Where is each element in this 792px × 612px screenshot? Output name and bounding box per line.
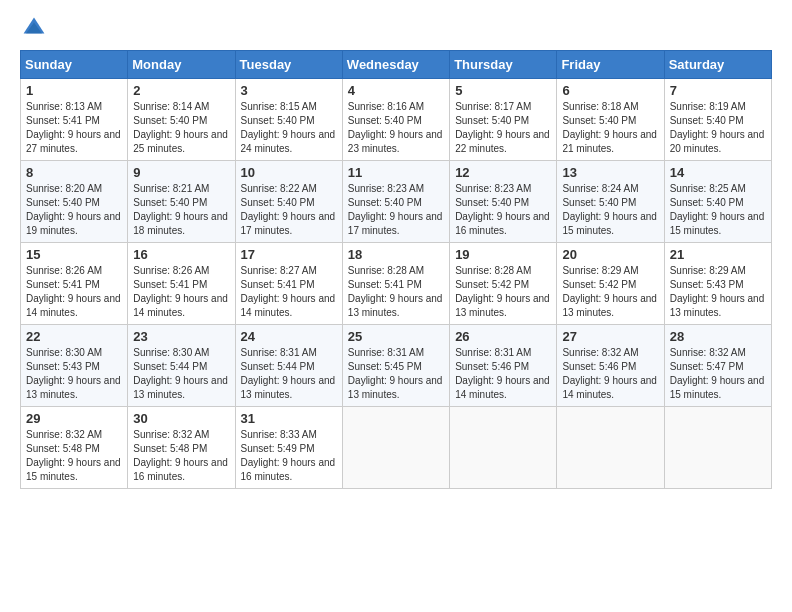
day-number: 20 — [562, 247, 658, 262]
day-info: Sunrise: 8:26 AM Sunset: 5:41 PM Dayligh… — [26, 264, 122, 320]
calendar-day-cell: 2 Sunrise: 8:14 AM Sunset: 5:40 PM Dayli… — [128, 79, 235, 161]
day-number: 12 — [455, 165, 551, 180]
day-number: 23 — [133, 329, 229, 344]
day-info: Sunrise: 8:24 AM Sunset: 5:40 PM Dayligh… — [562, 182, 658, 238]
calendar-day-cell: 14 Sunrise: 8:25 AM Sunset: 5:40 PM Dayl… — [664, 161, 771, 243]
calendar-day-cell: 9 Sunrise: 8:21 AM Sunset: 5:40 PM Dayli… — [128, 161, 235, 243]
day-info: Sunrise: 8:16 AM Sunset: 5:40 PM Dayligh… — [348, 100, 444, 156]
calendar-day-cell: 15 Sunrise: 8:26 AM Sunset: 5:41 PM Dayl… — [21, 243, 128, 325]
calendar-day-cell: 1 Sunrise: 8:13 AM Sunset: 5:41 PM Dayli… — [21, 79, 128, 161]
day-info: Sunrise: 8:28 AM Sunset: 5:41 PM Dayligh… — [348, 264, 444, 320]
day-info: Sunrise: 8:22 AM Sunset: 5:40 PM Dayligh… — [241, 182, 337, 238]
day-info: Sunrise: 8:23 AM Sunset: 5:40 PM Dayligh… — [455, 182, 551, 238]
calendar-week-row: 15 Sunrise: 8:26 AM Sunset: 5:41 PM Dayl… — [21, 243, 772, 325]
day-number: 1 — [26, 83, 122, 98]
day-info: Sunrise: 8:32 AM Sunset: 5:46 PM Dayligh… — [562, 346, 658, 402]
day-info: Sunrise: 8:32 AM Sunset: 5:47 PM Dayligh… — [670, 346, 766, 402]
calendar-day-cell: 26 Sunrise: 8:31 AM Sunset: 5:46 PM Dayl… — [450, 325, 557, 407]
weekday-header: Friday — [557, 51, 664, 79]
calendar-day-cell: 27 Sunrise: 8:32 AM Sunset: 5:46 PM Dayl… — [557, 325, 664, 407]
day-info: Sunrise: 8:23 AM Sunset: 5:40 PM Dayligh… — [348, 182, 444, 238]
day-number: 31 — [241, 411, 337, 426]
calendar-day-cell: 21 Sunrise: 8:29 AM Sunset: 5:43 PM Dayl… — [664, 243, 771, 325]
calendar-day-cell: 16 Sunrise: 8:26 AM Sunset: 5:41 PM Dayl… — [128, 243, 235, 325]
day-number: 25 — [348, 329, 444, 344]
calendar-day-cell: 23 Sunrise: 8:30 AM Sunset: 5:44 PM Dayl… — [128, 325, 235, 407]
day-info: Sunrise: 8:29 AM Sunset: 5:43 PM Dayligh… — [670, 264, 766, 320]
day-info: Sunrise: 8:32 AM Sunset: 5:48 PM Dayligh… — [26, 428, 122, 484]
day-number: 24 — [241, 329, 337, 344]
day-number: 21 — [670, 247, 766, 262]
day-info: Sunrise: 8:27 AM Sunset: 5:41 PM Dayligh… — [241, 264, 337, 320]
calendar-day-cell — [342, 407, 449, 489]
day-info: Sunrise: 8:31 AM Sunset: 5:45 PM Dayligh… — [348, 346, 444, 402]
day-number: 28 — [670, 329, 766, 344]
day-info: Sunrise: 8:33 AM Sunset: 5:49 PM Dayligh… — [241, 428, 337, 484]
day-info: Sunrise: 8:18 AM Sunset: 5:40 PM Dayligh… — [562, 100, 658, 156]
day-number: 8 — [26, 165, 122, 180]
calendar-day-cell — [557, 407, 664, 489]
calendar-day-cell: 7 Sunrise: 8:19 AM Sunset: 5:40 PM Dayli… — [664, 79, 771, 161]
day-number: 19 — [455, 247, 551, 262]
calendar-week-row: 1 Sunrise: 8:13 AM Sunset: 5:41 PM Dayli… — [21, 79, 772, 161]
calendar-day-cell: 31 Sunrise: 8:33 AM Sunset: 5:49 PM Dayl… — [235, 407, 342, 489]
day-info: Sunrise: 8:31 AM Sunset: 5:44 PM Dayligh… — [241, 346, 337, 402]
day-number: 26 — [455, 329, 551, 344]
calendar-day-cell: 10 Sunrise: 8:22 AM Sunset: 5:40 PM Dayl… — [235, 161, 342, 243]
day-number: 4 — [348, 83, 444, 98]
calendar-day-cell: 19 Sunrise: 8:28 AM Sunset: 5:42 PM Dayl… — [450, 243, 557, 325]
day-info: Sunrise: 8:29 AM Sunset: 5:42 PM Dayligh… — [562, 264, 658, 320]
day-info: Sunrise: 8:25 AM Sunset: 5:40 PM Dayligh… — [670, 182, 766, 238]
logo-icon — [22, 16, 46, 40]
day-number: 13 — [562, 165, 658, 180]
day-number: 11 — [348, 165, 444, 180]
calendar-day-cell: 17 Sunrise: 8:27 AM Sunset: 5:41 PM Dayl… — [235, 243, 342, 325]
day-info: Sunrise: 8:31 AM Sunset: 5:46 PM Dayligh… — [455, 346, 551, 402]
calendar-day-cell: 18 Sunrise: 8:28 AM Sunset: 5:41 PM Dayl… — [342, 243, 449, 325]
day-info: Sunrise: 8:32 AM Sunset: 5:48 PM Dayligh… — [133, 428, 229, 484]
day-number: 18 — [348, 247, 444, 262]
calendar-day-cell: 8 Sunrise: 8:20 AM Sunset: 5:40 PM Dayli… — [21, 161, 128, 243]
day-info: Sunrise: 8:30 AM Sunset: 5:44 PM Dayligh… — [133, 346, 229, 402]
day-info: Sunrise: 8:15 AM Sunset: 5:40 PM Dayligh… — [241, 100, 337, 156]
day-number: 15 — [26, 247, 122, 262]
calendar-day-cell: 30 Sunrise: 8:32 AM Sunset: 5:48 PM Dayl… — [128, 407, 235, 489]
weekday-header: Tuesday — [235, 51, 342, 79]
header — [20, 16, 772, 40]
calendar-week-row: 29 Sunrise: 8:32 AM Sunset: 5:48 PM Dayl… — [21, 407, 772, 489]
weekday-header: Saturday — [664, 51, 771, 79]
day-number: 14 — [670, 165, 766, 180]
calendar-day-cell: 3 Sunrise: 8:15 AM Sunset: 5:40 PM Dayli… — [235, 79, 342, 161]
calendar-week-row: 22 Sunrise: 8:30 AM Sunset: 5:43 PM Dayl… — [21, 325, 772, 407]
weekday-header: Wednesday — [342, 51, 449, 79]
day-number: 7 — [670, 83, 766, 98]
weekday-header: Thursday — [450, 51, 557, 79]
day-info: Sunrise: 8:19 AM Sunset: 5:40 PM Dayligh… — [670, 100, 766, 156]
day-number: 5 — [455, 83, 551, 98]
day-info: Sunrise: 8:30 AM Sunset: 5:43 PM Dayligh… — [26, 346, 122, 402]
day-number: 22 — [26, 329, 122, 344]
calendar-day-cell: 4 Sunrise: 8:16 AM Sunset: 5:40 PM Dayli… — [342, 79, 449, 161]
page: SundayMondayTuesdayWednesdayThursdayFrid… — [0, 0, 792, 499]
day-info: Sunrise: 8:13 AM Sunset: 5:41 PM Dayligh… — [26, 100, 122, 156]
day-info: Sunrise: 8:21 AM Sunset: 5:40 PM Dayligh… — [133, 182, 229, 238]
calendar-day-cell: 11 Sunrise: 8:23 AM Sunset: 5:40 PM Dayl… — [342, 161, 449, 243]
calendar-week-row: 8 Sunrise: 8:20 AM Sunset: 5:40 PM Dayli… — [21, 161, 772, 243]
day-number: 6 — [562, 83, 658, 98]
day-number: 29 — [26, 411, 122, 426]
day-number: 10 — [241, 165, 337, 180]
calendar-day-cell: 13 Sunrise: 8:24 AM Sunset: 5:40 PM Dayl… — [557, 161, 664, 243]
day-number: 16 — [133, 247, 229, 262]
calendar-day-cell: 6 Sunrise: 8:18 AM Sunset: 5:40 PM Dayli… — [557, 79, 664, 161]
day-number: 9 — [133, 165, 229, 180]
day-number: 17 — [241, 247, 337, 262]
calendar-day-cell: 20 Sunrise: 8:29 AM Sunset: 5:42 PM Dayl… — [557, 243, 664, 325]
day-info: Sunrise: 8:26 AM Sunset: 5:41 PM Dayligh… — [133, 264, 229, 320]
day-info: Sunrise: 8:28 AM Sunset: 5:42 PM Dayligh… — [455, 264, 551, 320]
calendar-header-row: SundayMondayTuesdayWednesdayThursdayFrid… — [21, 51, 772, 79]
calendar: SundayMondayTuesdayWednesdayThursdayFrid… — [20, 50, 772, 489]
day-info: Sunrise: 8:20 AM Sunset: 5:40 PM Dayligh… — [26, 182, 122, 238]
calendar-day-cell: 28 Sunrise: 8:32 AM Sunset: 5:47 PM Dayl… — [664, 325, 771, 407]
day-number: 3 — [241, 83, 337, 98]
weekday-header: Monday — [128, 51, 235, 79]
